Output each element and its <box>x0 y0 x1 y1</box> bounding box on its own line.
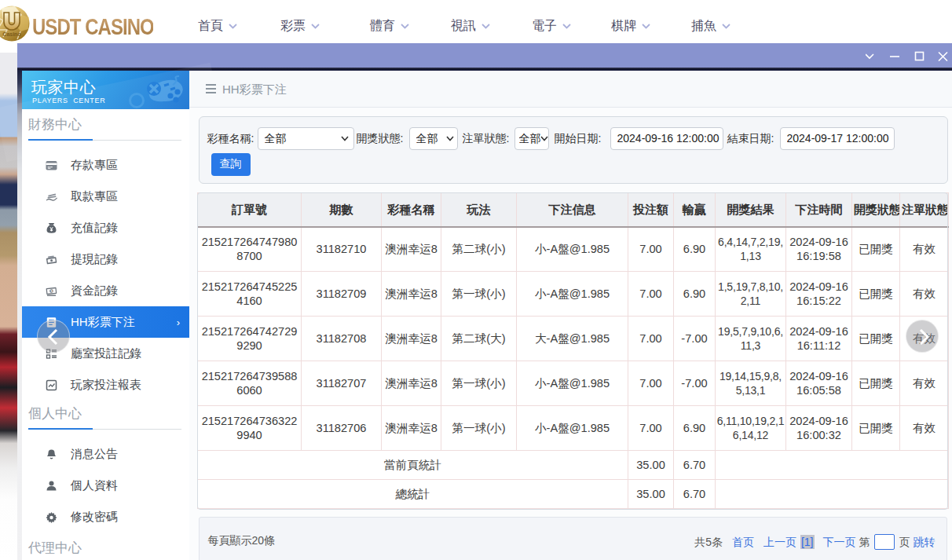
svg-text:Casino: Casino <box>2 31 20 37</box>
